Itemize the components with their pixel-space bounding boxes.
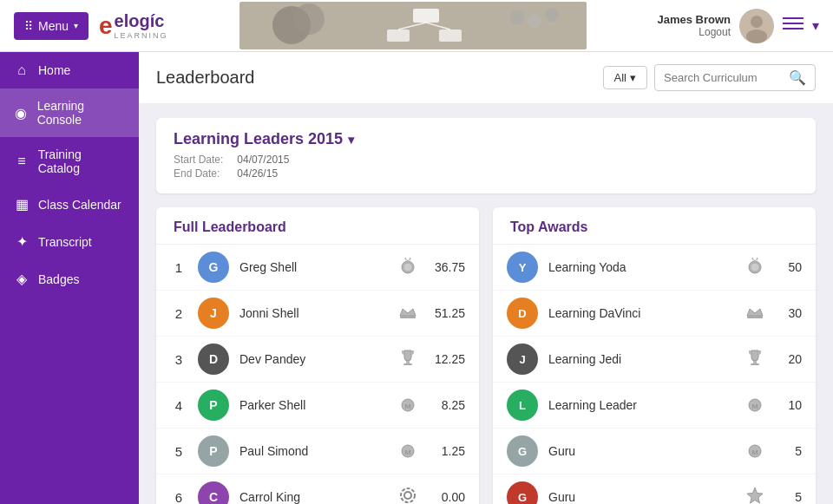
logo: e elogíc LEARNING [99, 11, 168, 40]
score-value: 51.25 [430, 306, 465, 320]
banner-svg [239, 2, 587, 49]
end-date-value: 04/26/15 [237, 167, 278, 180]
leaderboard-row: 3 D Dev Pandey 12.25 [156, 337, 479, 383]
svg-rect-3 [413, 9, 439, 23]
sidebar-item-training-catalog[interactable]: ≡ Training Catalog [0, 137, 139, 186]
svg-marker-22 [400, 309, 416, 316]
full-leaderboard-panel: Full Leaderboard 1 G Greg Shell 36.75 2 … [156, 207, 479, 504]
award-row: G Guru M 5 [493, 429, 816, 475]
sidebar-item-home[interactable]: ⌂ Home [0, 52, 139, 88]
user-name: James Brown [657, 13, 731, 26]
menu-label: Menu [38, 19, 69, 33]
top-awards-panel: Top Awards Y Learning Yoda 50 D Learning… [493, 207, 816, 504]
score-value: 0.00 [430, 490, 465, 504]
rank-number: 4 [170, 398, 187, 413]
view-toggle-icon[interactable] [783, 16, 803, 36]
header-banner-area [168, 2, 658, 49]
logo-sub: LEARNING [115, 31, 168, 40]
award-points: 10 [777, 398, 802, 412]
score-value: 8.25 [430, 398, 465, 412]
avatar-image [739, 9, 774, 43]
logo-brand: elogíc [115, 11, 165, 30]
main-wrapper: ⌂ Home ◉ Learning Console ≡ Training Cat… [0, 52, 833, 504]
campaign-header: Learning Leaders 2015 ▾ Start Date: 04/0… [156, 118, 816, 193]
home-icon: ⌂ [14, 62, 30, 78]
user-info: James Brown Logout [657, 13, 731, 38]
award-row: Y Learning Yoda 50 [493, 245, 816, 291]
search-input[interactable] [664, 71, 785, 84]
user-avatar: D [198, 344, 229, 375]
content-topbar: Leaderboard All ▾ 🔍 [139, 52, 833, 104]
svg-point-12 [751, 16, 763, 28]
menu-button[interactable]: ⠿ Menu ▾ [14, 12, 89, 40]
award-name: Guru [548, 490, 732, 504]
award-icon: M [743, 394, 767, 417]
filter-dropdown-arrow: ▾ [630, 71, 636, 84]
svg-text:M: M [752, 403, 758, 410]
start-date-row: Start Date: 04/07/2015 [174, 154, 798, 166]
view-dropdown-arrow[interactable]: ▾ [812, 17, 819, 34]
end-date-row: End Date: 04/26/15 [174, 167, 798, 180]
filter-button[interactable]: All ▾ [603, 66, 647, 89]
start-date-value: 04/07/2015 [237, 154, 289, 166]
award-icon [743, 486, 767, 505]
award-avatar: L [507, 389, 538, 421]
sidebar-label-home: Home [38, 63, 70, 77]
full-leaderboard-title: Full Leaderboard [156, 207, 479, 245]
svg-rect-41 [753, 361, 757, 363]
user-avatar: G [198, 252, 229, 283]
logout-link[interactable]: Logout [657, 26, 731, 38]
sidebar-label-learning-console: Learning Console [37, 99, 125, 127]
award-avatar: D [507, 298, 538, 329]
svg-rect-24 [406, 361, 410, 363]
sidebar-label-transcript: Transcript [38, 235, 92, 249]
campaign-dates: Start Date: 04/07/2015 End Date: 04/26/1… [174, 154, 798, 180]
search-box: 🔍 [654, 64, 816, 91]
page-title: Leaderboard [156, 68, 254, 88]
svg-point-10 [545, 8, 559, 22]
award-name: Learning DaVinci [548, 306, 732, 320]
topbar-controls: All ▾ 🔍 [603, 64, 816, 91]
svg-point-13 [746, 29, 767, 43]
rank-number: 5 [170, 444, 187, 459]
user-avatar [739, 9, 774, 43]
full-leaderboard-list: 1 G Greg Shell 36.75 2 J Jonni Shell 51.… [156, 245, 479, 504]
sidebar-item-badges[interactable]: ◈ Badges [0, 260, 139, 298]
badges-icon: ◈ [14, 271, 30, 287]
svg-marker-47 [747, 488, 763, 503]
sidebar-label-badges: Badges [38, 272, 79, 286]
sidebar: ⌂ Home ◉ Learning Console ≡ Training Cat… [0, 52, 139, 504]
leaderboard-columns: Full Leaderboard 1 G Greg Shell 36.75 2 … [156, 207, 816, 504]
user-name: Carrol King [239, 490, 385, 504]
sidebar-item-learning-console[interactable]: ◉ Learning Console [0, 88, 139, 137]
trophy-icon: M [396, 394, 420, 417]
award-icon [743, 256, 767, 279]
svg-text:M: M [752, 448, 758, 456]
svg-line-37 [757, 258, 758, 260]
award-avatar: Y [507, 252, 538, 283]
end-date-label: End Date: [174, 167, 234, 180]
rank-number: 1 [170, 260, 187, 275]
top-awards-title: Top Awards [493, 207, 816, 245]
sidebar-label-training-catalog: Training Catalog [38, 147, 125, 175]
top-awards-list: Y Learning Yoda 50 D Learning DaVinci 30… [493, 245, 816, 504]
sidebar-item-transcript[interactable]: ✦ Transcript [0, 223, 139, 260]
user-name: Jonni Shell [239, 306, 385, 320]
campaign-dropdown-arrow[interactable]: ▾ [348, 133, 354, 147]
main-content: Leaderboard All ▾ 🔍 Learning Leaders 201… [139, 52, 833, 504]
header: ⠿ Menu ▾ e elogíc LEARNING [0, 0, 833, 52]
svg-marker-39 [747, 309, 763, 316]
award-name: Learning Jedi [548, 352, 732, 366]
svg-rect-40 [747, 316, 763, 318]
menu-dropdown-arrow: ▾ [74, 21, 78, 30]
transcript-icon: ✦ [14, 233, 30, 250]
sidebar-item-class-calendar[interactable]: ▦ Class Calendar [0, 186, 139, 223]
award-points: 5 [777, 444, 802, 458]
award-name: Guru [548, 444, 732, 458]
trophy-icon [396, 348, 420, 371]
svg-point-2 [293, 3, 325, 35]
svg-point-9 [528, 14, 541, 28]
trophy-icon [396, 302, 420, 325]
learning-console-icon: ◉ [14, 105, 29, 121]
svg-rect-5 [439, 29, 462, 42]
